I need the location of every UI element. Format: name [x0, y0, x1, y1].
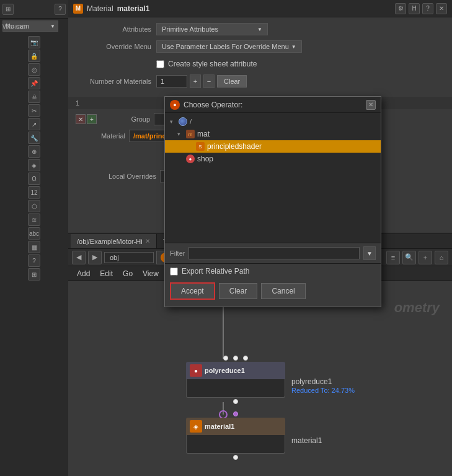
- polyreduce-outside-label: polyreduce1: [291, 377, 332, 386]
- window-titlebar: M Material material1 ⚙ H ? ✕: [68, 0, 452, 17]
- toolbar-home-btn[interactable]: ⌂: [435, 251, 448, 264]
- clear-dialog-btn[interactable]: Clear: [219, 283, 258, 299]
- forward-btn[interactable]: ▶: [88, 251, 102, 264]
- settings-icon-btn[interactable]: ⚙: [395, 3, 406, 14]
- sidebar-icon-11[interactable]: Ω: [28, 173, 40, 185]
- material-label: material1: [205, 423, 234, 430]
- remove-mat-btn[interactable]: ✕: [76, 114, 86, 124]
- shop-label: shop: [197, 155, 213, 163]
- poly-port-bottom-1: [233, 399, 238, 404]
- attributes-control: Primitive Attributes: [156, 23, 445, 35]
- create-style-control: Create style sheet attribute: [156, 60, 445, 68]
- sidebar-icon-5[interactable]: ☠: [28, 91, 40, 103]
- polyreduce-header: ● polyreduce1: [186, 362, 285, 379]
- tree-item-shop[interactable]: ● shop: [165, 153, 381, 165]
- poly-port-top-3: [243, 356, 248, 361]
- sidebar-icon-12[interactable]: 12: [28, 186, 40, 199]
- tab-close-1[interactable]: ✕: [145, 238, 150, 245]
- filter-dropdown-btn[interactable]: ▼: [363, 246, 376, 260]
- sidebar-icon-14[interactable]: ≋: [28, 213, 40, 226]
- sidebar-icon-4[interactable]: 📌: [28, 77, 40, 89]
- override-menu-dropdown[interactable]: Use Parameter Labels For Override Menu: [156, 40, 302, 53]
- tab-obj-examplemotor[interactable]: /obj/ExampleMotor-Hi ✕: [71, 234, 157, 248]
- mat-port-bottom-1: [233, 455, 238, 460]
- group-btns: ✕ +: [76, 114, 97, 124]
- dialog-filter-row: Filter ▼: [165, 243, 381, 264]
- tree-item-root[interactable]: ▾ /: [165, 115, 381, 128]
- material-row-label: Material: [76, 132, 125, 140]
- menu-go[interactable]: Go: [118, 267, 138, 280]
- export-path-checkbox[interactable]: [170, 267, 178, 276]
- shop-icon: ●: [186, 155, 195, 163]
- accept-btn[interactable]: Accept: [170, 282, 215, 300]
- override-menu-control: Use Parameter Labels For Override Menu: [156, 40, 445, 53]
- menu-view[interactable]: View: [138, 267, 164, 280]
- sidebar-icon-18[interactable]: ⊞: [28, 268, 40, 281]
- export-path-row: Export Relative Path: [165, 264, 381, 279]
- tab-label-1: /obj/ExampleMotor-Hi: [77, 238, 143, 245]
- polyreduce-label: polyreduce1: [205, 367, 245, 374]
- sidebar-icon-16[interactable]: ▦: [28, 241, 40, 253]
- left-sidebar: ⊞ ? No cam 📷 🔒 ◎ 📌 ☠ ✂ ↗ 🔧 ⊕ ◈ Ω 12 ⬡ ≋ …: [0, 0, 68, 476]
- polyreduce-body: [186, 379, 285, 398]
- sidebar-icon-17[interactable]: ?: [28, 254, 40, 267]
- globe-icon: [179, 117, 187, 126]
- filter-label: Filter: [170, 249, 185, 257]
- sidebar-icon-8[interactable]: 🔧: [28, 132, 40, 144]
- material-body: [186, 435, 285, 454]
- dialog-buttons: Accept Clear Cancel: [165, 279, 381, 303]
- help-icon-btn[interactable]: ?: [55, 4, 66, 15]
- toolbar-menu-btn[interactable]: ≡: [386, 251, 400, 264]
- num-materials-input[interactable]: [156, 75, 187, 88]
- mat-number: 1: [76, 99, 79, 107]
- path-display[interactable]: obj: [104, 252, 154, 263]
- root-expand: ▾: [170, 119, 176, 125]
- local-overrides-label: Local Overrides: [76, 173, 156, 180]
- stepper-down-btn[interactable]: −: [203, 74, 215, 88]
- sidebar-icon-7[interactable]: ↗: [28, 118, 40, 130]
- mat-label: mat: [197, 130, 210, 138]
- polyreduce-icon: ●: [190, 364, 202, 377]
- cancel-btn[interactable]: Cancel: [261, 283, 305, 299]
- dialog-tree-area: ▾ / ▾ m mat S principledshader ● shop: [165, 113, 381, 243]
- filter-input[interactable]: [188, 247, 360, 259]
- sidebar-icon-1[interactable]: 📷: [28, 36, 40, 48]
- poly-port-top-1: [223, 356, 228, 361]
- material-node[interactable]: ◈ material1: [186, 411, 285, 460]
- menu-edit[interactable]: Edit: [95, 267, 118, 280]
- override-menu-label: Override Menu: [76, 43, 156, 50]
- attributes-dropdown[interactable]: Primitive Attributes: [156, 23, 268, 35]
- toolbar-zoom-out-btn[interactable]: 🔍: [402, 251, 416, 264]
- sidebar-icon-15[interactable]: abc: [28, 227, 40, 240]
- toolbar-zoom-in-btn[interactable]: +: [419, 251, 432, 264]
- tree-item-principledshader[interactable]: S principledshader: [165, 140, 381, 153]
- material-header: ◈ material1: [186, 418, 285, 435]
- help-h-btn[interactable]: H: [409, 3, 420, 14]
- attributes-label: Attributes: [76, 25, 156, 33]
- tree-item-mat[interactable]: ▾ m mat: [165, 128, 381, 140]
- sidebar-icon-13[interactable]: ⬡: [28, 200, 40, 212]
- sidebar-icons: 📷 🔒 ◎ 📌 ☠ ✂ ↗ 🔧 ⊕ ◈ Ω 12 ⬡ ≋ abc ▦ ? ⊞: [0, 34, 68, 281]
- dialog-close-btn[interactable]: ✕: [366, 100, 376, 110]
- sidebar-icon-10[interactable]: ◈: [28, 159, 40, 171]
- menu-add[interactable]: Add: [72, 267, 95, 280]
- polyreduce-node[interactable]: ● polyreduce1: [186, 356, 285, 404]
- close-btn[interactable]: ✕: [436, 3, 447, 14]
- export-path-label: Export Relative Path: [182, 267, 249, 276]
- stepper-up-btn[interactable]: +: [190, 74, 201, 88]
- material-outside-label: material1: [291, 436, 322, 445]
- layout-icon-btn[interactable]: ⊞: [2, 4, 14, 15]
- question-btn[interactable]: ?: [422, 3, 433, 14]
- sidebar-icon-6[interactable]: ✂: [28, 104, 40, 117]
- add-mat-btn[interactable]: +: [87, 114, 97, 124]
- window-title-text: Material: [87, 4, 113, 13]
- dialog-titlebar: ● Choose Operator: ✕: [165, 97, 381, 113]
- sidebar-icon-9[interactable]: ⊕: [28, 145, 40, 158]
- back-btn[interactable]: ◀: [72, 251, 86, 264]
- create-style-checkbox[interactable]: [156, 60, 164, 68]
- params-area: Attributes Primitive Attributes Override…: [68, 17, 452, 97]
- mat-icon: m: [186, 130, 195, 138]
- sidebar-icon-2[interactable]: 🔒: [28, 50, 40, 62]
- clear-num-btn[interactable]: Clear: [217, 75, 247, 88]
- sidebar-icon-3[interactable]: ◎: [28, 63, 40, 76]
